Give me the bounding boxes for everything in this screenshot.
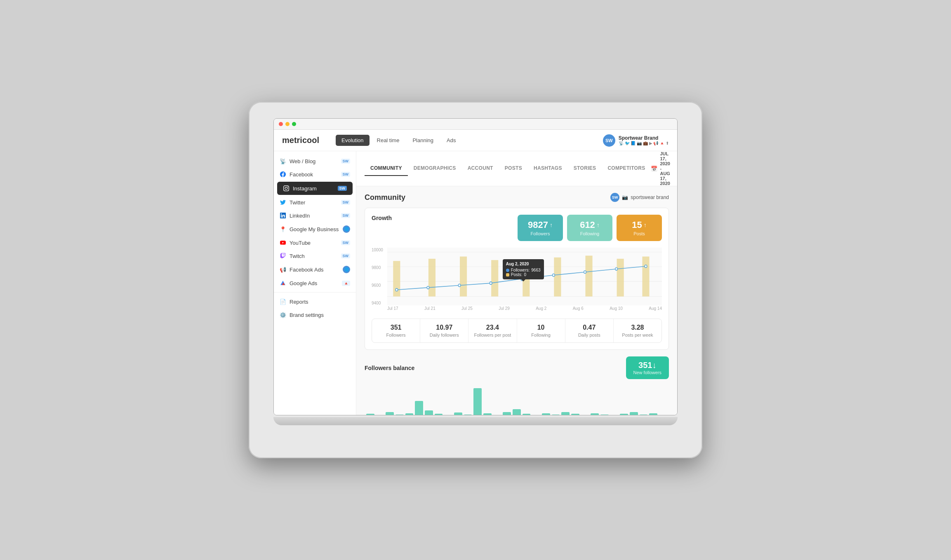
sidebar-label-twitter: Twitter — [290, 199, 305, 206]
sidebar-item-twitter[interactable]: Twitter SW — [274, 196, 356, 209]
svg-rect-7 — [428, 259, 435, 297]
balance-bar — [483, 413, 492, 415]
twitch-icon — [280, 253, 286, 259]
followers-balance-header: Followers balance 351↓ New followers — [365, 356, 669, 379]
balance-bar — [503, 412, 511, 415]
sidebar-label-youtube: YouTube — [290, 240, 311, 246]
sidebar: 📡 Web / Blog SW Facebook SW Instagram — [274, 151, 356, 415]
sub-tab-community[interactable]: Community — [365, 161, 408, 176]
nav-tab-planning[interactable]: Planning — [407, 135, 439, 146]
stat-followers: 351 Followers — [372, 319, 420, 342]
sidebar-label-linkedin: LinkedIn — [290, 213, 310, 219]
balance-chart — [365, 384, 669, 415]
date-range[interactable]: 📅 JUL 17, 2020 - AUG 17, 2020 — [651, 151, 670, 186]
nav-tab-ads[interactable]: Ads — [441, 135, 461, 146]
stat-followers-value: 351 — [376, 324, 416, 331]
sub-tab-demographics[interactable]: Demographics — [408, 161, 462, 176]
tooltip-posts-label: Posts: — [511, 272, 523, 277]
maximize-dot[interactable] — [292, 122, 296, 126]
account-avatar: SW — [610, 193, 619, 202]
instagram-icon — [283, 185, 290, 192]
growth-chart: 10000 9800 9600 9400 — [372, 248, 662, 314]
balance-bar — [386, 412, 394, 415]
balance-bar — [640, 415, 648, 415]
svg-point-21 — [584, 271, 586, 273]
sidebar-divider — [274, 292, 356, 293]
followers-trend-icon: ↑ — [550, 222, 553, 228]
community-title: Community — [365, 193, 405, 202]
chart-y-labels: 10000 9800 9600 9400 — [372, 248, 387, 305]
sidebar-item-brand-settings[interactable]: ⚙️ Brand settings — [274, 308, 356, 321]
balance-bar — [464, 415, 472, 415]
stat-daily-posts-value: 0.47 — [570, 324, 609, 331]
calendar-icon: 📅 — [651, 166, 657, 172]
stat-boxes: 9827 ↑ Followers 612 ↑ — [518, 215, 662, 241]
stat-posts-per-week: 3.28 Posts per week — [614, 319, 661, 342]
balance-bar — [473, 388, 482, 415]
sidebar-item-facebook[interactable]: Facebook SW — [274, 168, 356, 181]
twitter-icon — [280, 199, 286, 206]
balance-bar — [620, 414, 628, 415]
sidebar-item-twitch[interactable]: Twitch SW — [274, 249, 356, 262]
account-badge: SW 📷 sportswear brand — [610, 193, 669, 202]
nav-tab-evolution[interactable]: Evolution — [336, 135, 369, 146]
svg-point-20 — [553, 274, 555, 276]
tooltip-followers-dot — [506, 269, 509, 272]
stat-daily-followers: 10.97 Daily followers — [420, 319, 468, 342]
balance-bar — [425, 410, 433, 415]
sub-tab-account[interactable]: Account — [462, 161, 499, 176]
posts-label: Posts — [625, 231, 654, 236]
svg-rect-8 — [460, 257, 467, 297]
svg-rect-14 — [642, 257, 649, 297]
following-value: 612 ↑ — [575, 220, 604, 230]
following-label: Following — [575, 231, 604, 236]
sidebar-item-instagram[interactable]: Instagram SW — [277, 182, 353, 195]
stat-followers-per-post: 23.4 Followers per post — [468, 319, 517, 342]
sidebar-label-google-ads: Google Ads — [290, 280, 317, 286]
facebook-icon — [280, 171, 286, 178]
sub-tab-competitors[interactable]: Competitors — [602, 161, 651, 176]
sidebar-item-google-ads[interactable]: Google Ads 🔺 — [274, 276, 356, 290]
tooltip-followers-label: Followers: — [511, 268, 530, 272]
svg-point-22 — [615, 267, 618, 270]
sidebar-item-youtube[interactable]: YouTube SW — [274, 236, 356, 249]
top-nav: metricool Evolution Real time Planning A… — [274, 130, 677, 151]
sub-tab-posts[interactable]: Posts — [499, 161, 528, 176]
following-trend-icon: ↑ — [597, 222, 600, 228]
brand-avatar: SW — [603, 134, 615, 147]
svg-rect-11 — [554, 258, 561, 297]
balance-bar — [513, 409, 521, 415]
balance-bar — [552, 415, 560, 415]
sidebar-badge-web: SW — [341, 159, 351, 164]
sub-tab-stories[interactable]: Stories — [568, 161, 602, 176]
account-name: sportswear brand — [631, 194, 669, 200]
sidebar-badge-linkedin: SW — [341, 213, 351, 218]
sidebar-label-reports: Reports — [290, 299, 308, 305]
nav-tab-realtime[interactable]: Real time — [371, 135, 405, 146]
sidebar-badge-twitch: SW — [341, 253, 351, 258]
stat-followers-per-post-value: 23.4 — [473, 324, 512, 331]
sub-tab-hashtags[interactable]: Hashtags — [528, 161, 568, 176]
sidebar-item-web[interactable]: 📡 Web / Blog SW — [274, 155, 356, 168]
window-chrome — [274, 119, 677, 130]
new-followers-box: 351↓ New followers — [626, 356, 669, 379]
balance-bar — [591, 413, 599, 415]
sidebar-item-reports[interactable]: 📄 Reports — [274, 295, 356, 308]
close-dot[interactable] — [279, 122, 283, 126]
new-followers-label: New followers — [633, 370, 661, 375]
sidebar-item-facebook-ads[interactable]: 📢 Facebook Ads 🌐 — [274, 262, 356, 276]
stat-following-label: Following — [521, 333, 561, 337]
laptop-screen: metricool Evolution Real time Planning A… — [273, 118, 678, 415]
stat-daily-followers-label: Daily followers — [424, 333, 464, 337]
sidebar-badge-youtube: SW — [341, 240, 351, 245]
sidebar-item-linkedin[interactable]: LinkedIn SW — [274, 209, 356, 222]
tooltip-posts-value: 0 — [524, 272, 527, 277]
balance-bar — [405, 413, 414, 415]
bottom-stats: 351 Followers 10.97 Daily followers 23.4… — [372, 319, 662, 343]
sidebar-badge-google-ads: 🔺 — [342, 281, 350, 286]
svg-point-18 — [490, 282, 492, 284]
stat-box-following: 612 ↑ Following — [567, 215, 612, 241]
minimize-dot[interactable] — [285, 122, 290, 126]
sidebar-item-google-my-business[interactable]: 📍 Google My Business 🌐 — [274, 222, 356, 236]
google-ads-icon — [280, 280, 286, 286]
